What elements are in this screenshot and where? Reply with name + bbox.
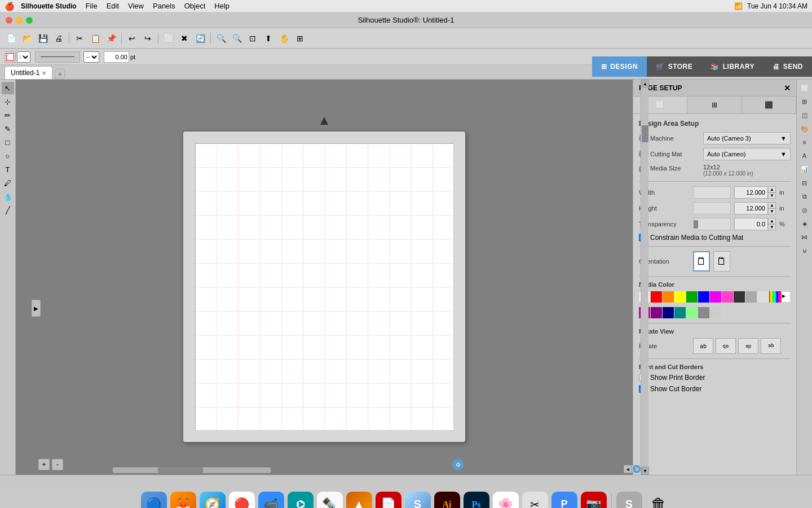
swatch-blue[interactable]	[698, 291, 709, 303]
dock-finder[interactable]: 🔵	[141, 492, 167, 509]
swatch-yellow[interactable]	[674, 291, 686, 303]
morph-icon[interactable]: ⋈	[798, 231, 811, 243]
tab-send[interactable]: 🖨 SEND	[764, 56, 812, 77]
panel-tab-media[interactable]: ⬛	[742, 97, 796, 113]
delete-button[interactable]: ✖	[178, 32, 191, 45]
trace-icon[interactable]: ◎	[798, 204, 811, 216]
rotate-btn-ab[interactable]: ab	[693, 338, 713, 354]
text-style-icon[interactable]: A	[798, 150, 811, 162]
weld-icon[interactable]: ⊎	[798, 244, 811, 257]
paste-button[interactable]: 📌	[104, 32, 118, 45]
dock-silhouette-tool[interactable]: ✂	[522, 492, 548, 509]
text-tool[interactable]: T	[2, 163, 14, 176]
scroll-track[interactable]	[641, 87, 648, 467]
menu-view[interactable]: View	[128, 2, 144, 10]
swatch-light-green[interactable]	[686, 307, 698, 318]
dock-firefox[interactable]: 🦊	[170, 492, 196, 509]
swatch-silver[interactable]	[710, 307, 721, 318]
fill-type-dropdown[interactable]: □	[17, 51, 30, 63]
height-down-arrow[interactable]: ▼	[768, 208, 776, 214]
dock-arduino[interactable]: ⌬	[288, 492, 314, 509]
zoom-fit-button[interactable]: ⊡	[246, 32, 259, 45]
tab-design[interactable]: ⊞ DESIGN	[592, 56, 647, 77]
dock-trash[interactable]: 🗑	[646, 492, 672, 509]
scroll-up-button[interactable]: ▲	[641, 80, 649, 87]
swatch-purple[interactable]	[651, 307, 662, 318]
dock-photos[interactable]: 🌸	[493, 492, 519, 509]
dock-zoom[interactable]: 📹	[258, 492, 284, 509]
dock-acrobat[interactable]: 📄	[376, 492, 401, 509]
rotate-btn-qe[interactable]: qe	[716, 338, 736, 354]
close-button[interactable]	[6, 17, 12, 24]
dock-proxyman[interactable]: P	[551, 492, 577, 509]
select-all-button[interactable]: ⬜	[162, 32, 175, 45]
tab-close-button[interactable]: ✕	[42, 70, 46, 76]
cut-button[interactable]: ✂	[73, 32, 86, 45]
page-setup-icon[interactable]: ⬜	[798, 82, 811, 94]
replicate-icon[interactable]: ⧉	[798, 190, 811, 203]
undo-button[interactable]: ↩	[125, 32, 139, 45]
eyedropper-tool[interactable]: 💧	[2, 190, 14, 203]
add-artboard-button[interactable]: ⊞	[293, 32, 307, 45]
transparency-down-arrow[interactable]: ▼	[768, 224, 776, 230]
width-input[interactable]	[734, 186, 768, 199]
maximize-button[interactable]	[26, 17, 33, 24]
landscape-button[interactable]: 🗒	[713, 251, 730, 271]
menu-panels[interactable]: Panels	[153, 2, 175, 10]
swatch-medium-gray[interactable]	[698, 307, 709, 318]
horizontal-scrollbar[interactable]	[113, 467, 271, 473]
scroll-thumb[interactable]	[642, 125, 648, 142]
new-button[interactable]: 📄	[5, 32, 18, 45]
zoom-out-canvas[interactable]: -	[52, 459, 63, 470]
menu-object[interactable]: Object	[184, 2, 206, 10]
chart-icon[interactable]: 📊	[798, 163, 811, 176]
dock-illustrator[interactable]: Ai	[434, 492, 460, 509]
add-tab-button[interactable]: +	[55, 69, 65, 79]
save-button[interactable]: 💾	[36, 32, 50, 45]
swatch-pink[interactable]	[722, 291, 733, 303]
rectangle-tool[interactable]: □	[2, 136, 14, 148]
print-button[interactable]: 🖨	[52, 32, 65, 45]
apple-menu[interactable]: 🍎	[5, 2, 14, 11]
vertical-scrollbar[interactable]: ▲ ▼	[641, 80, 648, 475]
swatch-gray[interactable]	[745, 291, 757, 303]
swatch-red[interactable]	[651, 291, 662, 303]
dock-affinity[interactable]: ▲	[346, 492, 372, 509]
width-up-arrow[interactable]: ▲	[768, 186, 776, 192]
dock-photoshop[interactable]: Ps	[464, 492, 489, 509]
zoom-in-canvas[interactable]: +	[38, 459, 50, 470]
menu-edit[interactable]: Edit	[107, 2, 119, 10]
width-slider-track[interactable]	[693, 186, 731, 199]
swatch-orange[interactable]	[663, 291, 674, 303]
tab-store[interactable]: 🛒 STORE	[647, 56, 701, 77]
menu-help[interactable]: Help	[214, 2, 230, 10]
offset-icon[interactable]: ◈	[798, 217, 811, 230]
rotate-btn-3[interactable]: qe	[738, 338, 758, 354]
align-icon[interactable]: ⊟	[798, 177, 811, 189]
line-tool[interactable]: ╱	[2, 204, 14, 216]
tab-library[interactable]: 📚 LIBRARY	[701, 56, 764, 77]
document-tab-untitled[interactable]: Untitled-1 ✕	[5, 66, 52, 79]
line-style-icon[interactable]: ≡	[798, 136, 811, 148]
menu-file[interactable]: File	[86, 2, 98, 10]
portrait-button[interactable]: 🗒	[693, 251, 710, 271]
stroke-style-dropdown[interactable]: —	[83, 51, 99, 63]
minimize-button[interactable]	[16, 17, 23, 24]
send-up-button[interactable]: ⬆	[262, 32, 275, 45]
hand-tool[interactable]: ✋	[277, 32, 291, 45]
calligraphy-tool[interactable]: 🖊	[2, 177, 14, 189]
swatch-dark-gray[interactable]	[734, 291, 745, 303]
dock-photobooth[interactable]: 📷	[581, 492, 607, 509]
transparency-slider[interactable]	[693, 218, 731, 230]
height-input[interactable]	[734, 202, 768, 214]
dock-inkscape[interactable]: ✒️	[317, 492, 343, 509]
color-panel-icon[interactable]: 🎨	[798, 122, 811, 135]
select-tool[interactable]: ↖	[2, 82, 14, 94]
swatch-green[interactable]	[686, 291, 698, 303]
swatch-picker[interactable]: ▸	[782, 291, 791, 303]
swatch-magenta[interactable]	[710, 291, 721, 303]
copy-button[interactable]: 📋	[89, 32, 102, 45]
ellipse-tool[interactable]: ○	[2, 150, 14, 162]
pencil-tool[interactable]: ✎	[2, 122, 14, 135]
swatch-light-gray[interactable]	[757, 291, 769, 303]
